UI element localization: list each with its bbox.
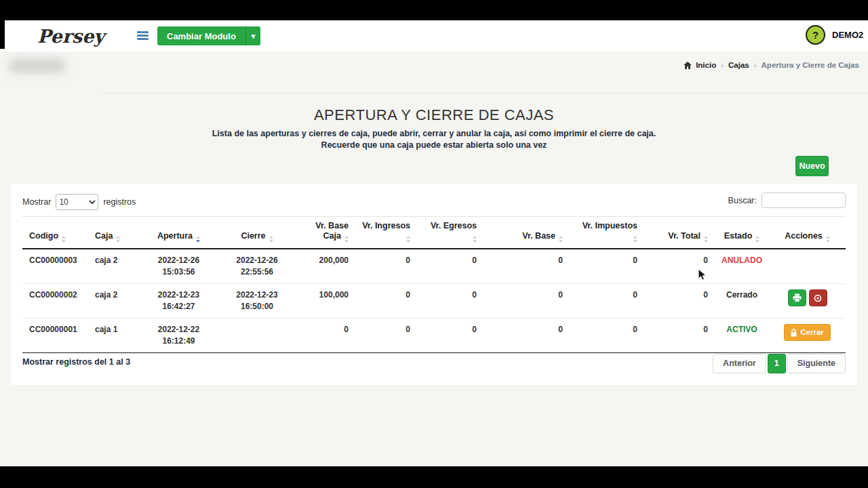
menu-toggle-icon[interactable] (137, 31, 149, 40)
cell-estado: Cerrado (715, 284, 769, 319)
cell-vr-egresos: 0 (417, 249, 484, 284)
current-user-label[interactable]: DEMO2 (832, 30, 863, 40)
page-size-select[interactable]: 10 (56, 194, 98, 210)
cell-caja: caja 1 (88, 319, 140, 353)
close-register-button[interactable]: Cerrar (784, 324, 831, 341)
cell-vr-base-caja: 100,000 (296, 284, 355, 319)
search-control: Buscar: (728, 192, 846, 208)
pagination: Anterior 1 Siguiente (713, 354, 846, 373)
bottom-letterbox-bar (0, 466, 868, 488)
cell-acciones (769, 249, 846, 284)
app-header: Persey Cambiar Modulo ▾ ? DEMO2 (5, 20, 868, 52)
page-title: APERTURA Y CIERRE DE CAJAS (0, 106, 868, 124)
records-info: Mostrar registros del 1 al 3 (22, 357, 130, 367)
change-module-label[interactable]: Cambiar Modulo (157, 26, 245, 45)
col-header-cierre[interactable]: Cierre (218, 217, 296, 249)
col-header-estado[interactable]: Estado (715, 217, 769, 249)
sort-desc-icon (196, 236, 200, 243)
page-description-line1: Lista de las aperturas y cierres de caja… (0, 128, 868, 140)
cell-vr-base: 0 (484, 284, 570, 319)
header-divider (102, 93, 868, 94)
page-description: Lista de las aperturas y cierres de caja… (0, 128, 868, 151)
cell-apertura: 2022-12-2316:42:27 (140, 284, 218, 319)
cell-caja: caja 2 (88, 284, 140, 319)
breadcrumb-inicio[interactable]: Inicio (696, 61, 716, 69)
sort-arrows-icon (704, 236, 708, 243)
sort-arrows-icon (559, 236, 563, 243)
sort-arrows-icon (344, 236, 349, 243)
table-row: CC00000003 caja 2 2022-12-2615:03:56 202… (22, 249, 846, 284)
cell-vr-ingresos: 0 (355, 249, 417, 284)
table-row: CC00000002 caja 2 2022-12-2316:42:27 202… (22, 284, 846, 319)
close-register-label: Cerrar (800, 327, 824, 338)
pagination-previous-button[interactable]: Anterior (713, 354, 766, 373)
col-header-caja[interactable]: Caja (88, 217, 140, 249)
sort-arrows-icon (755, 236, 760, 243)
cash-register-table: Codigo Caja Apertura Cierre Vr. Base Caj… (22, 216, 846, 353)
col-header-vr-total[interactable]: Vr. Total (644, 217, 715, 249)
status-badge: ANULADO (722, 256, 762, 265)
cell-vr-ingresos: 0 (355, 319, 417, 353)
col-header-vr-base-caja[interactable]: Vr. Base Caja (296, 217, 355, 249)
printer-icon (793, 293, 802, 302)
sort-arrows-icon (826, 236, 830, 243)
breadcrumb-cajas[interactable]: Cajas (728, 61, 749, 69)
cell-apertura: 2022-12-2615:03:56 (140, 249, 218, 284)
breadcrumb-separator: › (754, 61, 757, 69)
cell-codigo: CC00000003 (22, 249, 88, 284)
cell-codigo: CC00000002 (22, 284, 88, 319)
cell-caja: caja 2 (88, 249, 140, 284)
page-size-control: Mostrar 10 registros (22, 194, 136, 210)
app-logo: Persey (37, 26, 104, 47)
caret-down-icon[interactable]: ▾ (245, 26, 261, 45)
blurred-page-heading (9, 59, 65, 73)
cell-vr-total: 0 (644, 249, 715, 284)
status-badge: Cerrado (726, 290, 757, 300)
cell-vr-total: 0 (644, 319, 715, 353)
cell-vr-impuestos: 0 (570, 284, 644, 319)
search-input[interactable] (762, 192, 846, 208)
cell-estado: ACTIVO (715, 319, 769, 353)
change-module-button[interactable]: Cambiar Modulo ▾ (157, 26, 260, 45)
col-header-vr-ingresos[interactable]: Vr. Ingresos (355, 217, 417, 249)
lock-icon (791, 329, 797, 337)
pagination-next-button[interactable]: Siguiente (787, 354, 846, 373)
cell-vr-base-caja: 0 (296, 319, 355, 353)
page-description-line2: Recuerde que una caja puede estar abiert… (0, 140, 868, 151)
col-header-apertura[interactable]: Apertura (140, 217, 218, 249)
table-header-row: Codigo Caja Apertura Cierre Vr. Base Caj… (22, 217, 846, 249)
table-row: CC00000001 caja 1 2022-12-2216:12:49 0 0… (22, 319, 846, 353)
avatar-glyph: ? (812, 29, 818, 41)
sort-arrows-icon (269, 236, 273, 243)
help-avatar-icon[interactable]: ? (806, 25, 825, 45)
home-icon (684, 62, 692, 69)
annul-button[interactable] (809, 289, 827, 306)
cell-apertura: 2022-12-2216:12:49 (140, 319, 218, 353)
cell-cierre: 2022-12-2316:50:00 (218, 284, 296, 319)
col-header-acciones[interactable]: Acciones (769, 217, 846, 249)
print-button[interactable] (788, 289, 806, 306)
new-button[interactable]: Nuevo (795, 156, 829, 176)
breadcrumb-current: Apertura y Cierre de Cajas (762, 61, 859, 69)
cell-cierre: 2022-12-2622:55:56 (218, 249, 296, 284)
table-card: Mostrar 10 registros Buscar: Codigo Caja… (11, 184, 857, 385)
cell-cierre (218, 319, 296, 353)
col-header-vr-egresos[interactable]: Vr. Egresos (417, 217, 484, 249)
cell-acciones: Cerrar (769, 319, 846, 353)
col-header-vr-base[interactable]: Vr. Base (484, 217, 570, 249)
search-label: Buscar: (728, 196, 757, 205)
col-header-vr-impuestos[interactable]: Vr. Impuestos (570, 217, 644, 249)
cell-vr-egresos: 0 (417, 319, 484, 353)
cell-vr-ingresos: 0 (355, 284, 417, 319)
ban-circle-icon (814, 294, 822, 302)
sort-arrows-icon (633, 236, 637, 243)
pagination-page-1[interactable]: 1 (768, 354, 786, 373)
cell-codigo: CC00000001 (22, 319, 88, 353)
col-header-codigo[interactable]: Codigo (22, 217, 88, 249)
cell-vr-base: 0 (484, 319, 570, 353)
sort-arrows-icon (406, 236, 410, 243)
breadcrumb: Inicio › Cajas › Apertura y Cierre de Ca… (684, 61, 859, 69)
sort-arrows-icon (473, 236, 477, 243)
cell-acciones (769, 284, 846, 319)
cell-vr-total: 0 (644, 284, 715, 319)
